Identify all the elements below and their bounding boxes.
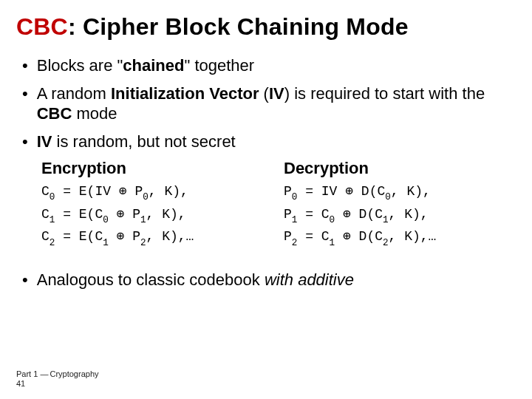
title-prefix: CBC	[16, 13, 68, 40]
encryption-header: Encryption	[41, 159, 263, 178]
bullet-dot: •	[22, 55, 28, 76]
dec-line-0: P0 = IV ⊕ D(C0, K),	[284, 181, 505, 204]
bullet-1-text: Blocks are "chained" together	[37, 55, 516, 76]
title-rest: : Cipher Block Chaining Mode	[68, 13, 409, 40]
bullet-dot: •	[22, 83, 28, 124]
footer-line-1: Part 1 — Cryptography	[16, 369, 99, 379]
bullet-1: • Blocks are "chained" together	[22, 55, 516, 76]
enc-line-1: C1 = E(C0 ⊕ P1, K),	[41, 204, 263, 227]
bullet-2: • A random Initialization Vector (IV) is…	[22, 83, 516, 124]
encryption-column: Encryption C0 = E(IV ⊕ P0, K), C1 = E(C0…	[41, 159, 263, 249]
bullet-list: • Blocks are "chained" together • A rand…	[22, 55, 516, 151]
dec-line-2: P2 = C1 ⊕ D(C2, K),…	[284, 226, 505, 249]
bullet-3-text: IV is random, but not secret	[37, 132, 516, 152]
bullet-2-text: A random Initialization Vector (IV) is r…	[37, 83, 516, 124]
footer-page-number: 41	[16, 379, 99, 389]
slide-footer: Part 1 — Cryptography 41	[16, 369, 99, 389]
slide: CBC: Cipher Block Chaining Mode • Blocks…	[0, 0, 532, 290]
bullet-4-text: Analogous to classic codebook with addit…	[37, 270, 516, 290]
dec-line-1: P1 = C0 ⊕ D(C1, K),	[284, 204, 505, 227]
bullet-3: • IV is random, but not secret	[22, 132, 516, 152]
decryption-column: Decryption P0 = IV ⊕ D(C0, K), P1 = C0 ⊕…	[284, 159, 505, 249]
bullet-list-2: • Analogous to classic codebook with add…	[22, 270, 516, 290]
slide-title: CBC: Cipher Block Chaining Mode	[16, 13, 516, 41]
equation-columns: Encryption C0 = E(IV ⊕ P0, K), C1 = E(C0…	[41, 159, 516, 249]
enc-line-2: C2 = E(C1 ⊕ P2, K),…	[41, 226, 263, 249]
decryption-header: Decryption	[284, 159, 505, 178]
bullet-4: • Analogous to classic codebook with add…	[22, 270, 516, 290]
bullet-dot: •	[22, 132, 28, 152]
bullet-dot: •	[22, 270, 28, 290]
enc-line-0: C0 = E(IV ⊕ P0, K),	[41, 181, 263, 204]
